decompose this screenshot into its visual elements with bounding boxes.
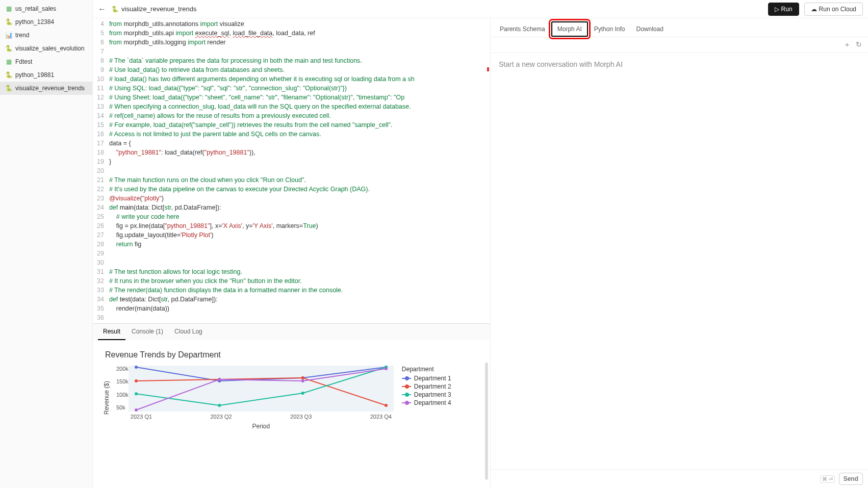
py-icon: 🐍	[5, 85, 12, 92]
sidebar-item-visualize_revenue_trends[interactable]: 🐍visualize_revenue_trends	[0, 82, 92, 95]
sidebar-item-visualize_sales_evolution[interactable]: 🐍visualize_sales_evolution	[0, 42, 92, 55]
tab-cloud-log[interactable]: Cloud Log	[169, 324, 208, 340]
new-chat-icon[interactable]: ＋	[844, 40, 851, 49]
table-icon: ▦	[5, 5, 12, 12]
chart-icon: 📊	[5, 32, 12, 39]
x-tick: 2023 Q4	[370, 414, 392, 420]
sidebar-item-label: us_retail_sales	[15, 5, 56, 12]
sidebar-item-python_12384[interactable]: 🐍python_12384	[0, 15, 92, 29]
x-axis-label: Period	[129, 423, 394, 430]
x-tick: 2023 Q2	[210, 414, 232, 420]
run-cloud-button[interactable]: ☁ Run on Cloud	[804, 3, 863, 16]
error-marker	[487, 67, 489, 71]
svg-point-8	[135, 392, 138, 395]
tab-download[interactable]: Download	[631, 22, 668, 36]
scrollbar[interactable]	[485, 363, 488, 480]
svg-point-0	[135, 366, 138, 369]
legend-item[interactable]: .legend-mark span[style*='#e74c3c']::aft…	[402, 383, 451, 390]
chart-plot-area[interactable]	[129, 366, 394, 412]
sidebar-item-label: visualize_revenue_trends	[15, 85, 85, 92]
legend-item[interactable]: .legend-mark span[style*='#1abc9c']::aft…	[402, 391, 451, 398]
sidebar-item-label: visualize_sales_evolution	[15, 45, 84, 52]
py-icon: 🐍	[5, 71, 12, 79]
svg-point-9	[218, 404, 221, 407]
svg-point-12	[135, 408, 138, 412]
sidebar-item-Fdtest[interactable]: ▦Fdtest	[0, 55, 92, 68]
run-button[interactable]: ▷ Run	[768, 3, 799, 16]
tab-python-info[interactable]: Python Info	[589, 22, 630, 36]
py-icon: 🐍	[5, 18, 12, 25]
sidebar-item-label: python_12384	[15, 18, 54, 25]
sidebar: ▦us_retail_sales🐍python_12384📊trend🐍visu…	[0, 0, 93, 488]
py-icon: 🐍	[5, 45, 12, 52]
sidebar-item-label: trend	[15, 32, 29, 39]
chart-title: Revenue Trends by Department	[103, 350, 480, 359]
x-tick: 2023 Q1	[131, 414, 152, 420]
right-panel: Parents Schema Morph AI Python Info Down…	[491, 18, 868, 488]
sidebar-item-label: Fdtest	[15, 58, 32, 65]
code-editor[interactable]: 4567891011121314151617181920212223242526…	[93, 18, 490, 323]
legend-item[interactable]: .legend-mark span[style*='#5a6bd8']::aft…	[402, 375, 451, 382]
sidebar-item-label: python_19881	[15, 71, 54, 79]
svg-point-15	[385, 367, 388, 370]
table-icon: ▦	[5, 58, 12, 65]
legend-title: Department	[402, 366, 451, 373]
result-panel: Revenue Trends by Department Revenue ($)…	[93, 340, 490, 488]
tab-parents-schema[interactable]: Parents Schema	[495, 22, 550, 36]
y-tick: 50k	[116, 404, 129, 410]
svg-point-13	[218, 378, 221, 381]
tab-console[interactable]: Console (1)	[126, 324, 168, 340]
send-button[interactable]: Send	[839, 473, 863, 485]
tab-result[interactable]: Result	[98, 324, 125, 340]
history-icon[interactable]: ↻	[856, 40, 862, 49]
tab-morph-ai[interactable]: Morph AI	[551, 21, 588, 37]
chart-legend: Department .legend-mark span[style*='#5a…	[402, 366, 451, 430]
y-tick: 200k	[116, 366, 129, 372]
y-tick: 100k	[116, 392, 129, 398]
x-tick: 2023 Q3	[290, 414, 312, 420]
bottom-tabs: Result Console (1) Cloud Log	[93, 323, 490, 340]
svg-point-6	[301, 376, 304, 379]
svg-point-14	[301, 379, 304, 382]
python-icon: 🐍	[111, 6, 118, 13]
sidebar-item-python_19881[interactable]: 🐍python_19881	[0, 68, 92, 82]
sidebar-item-trend[interactable]: 📊trend	[0, 29, 92, 42]
chat-placeholder[interactable]: Start a new conversation with Morph AI	[491, 53, 868, 75]
sidebar-item-us_retail_sales[interactable]: ▦us_retail_sales	[0, 2, 92, 15]
file-title: visualize_revenue_trends	[121, 5, 196, 13]
y-axis-label: Revenue ($)	[103, 381, 110, 415]
back-button[interactable]: ←	[98, 5, 106, 14]
svg-point-4	[135, 379, 138, 382]
svg-point-7	[385, 404, 388, 407]
y-tick: 150k	[116, 378, 129, 384]
legend-item[interactable]: .legend-mark span[style*='#b266d9']::aft…	[402, 399, 451, 406]
shortcut-hint: ⌘ ⏎	[820, 475, 835, 483]
svg-point-10	[301, 392, 304, 395]
topbar: ← 🐍 visualize_revenue_trends ▷ Run ☁ Run…	[93, 0, 868, 18]
